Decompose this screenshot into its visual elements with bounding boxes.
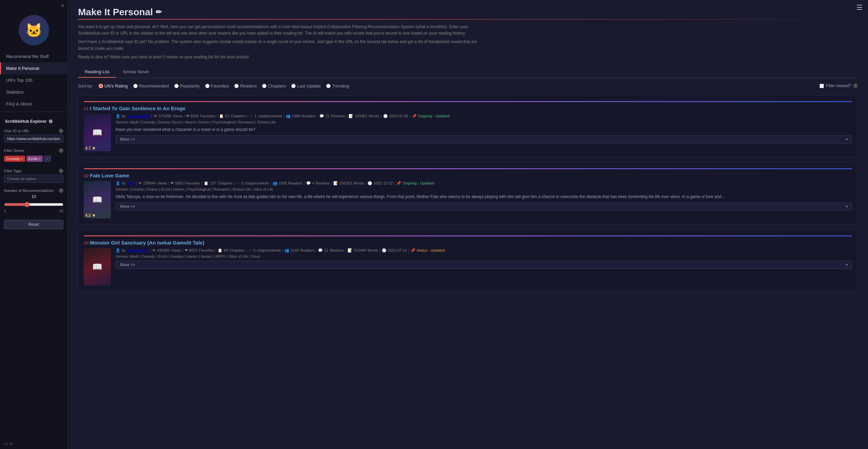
views-icon-2: 👁	[138, 181, 142, 185]
filter-tags-select[interactable]: Choose an option	[4, 175, 63, 183]
sort-recommended-radio[interactable]	[133, 84, 138, 88]
sidebar-item-un-top-100[interactable]: UN's Top 100	[0, 74, 67, 86]
favs-icon-1: ❤	[186, 114, 189, 118]
filter-viewed-info-icon[interactable]: ?	[853, 83, 858, 88]
genre-tag-comedy-label: Comedy	[6, 157, 20, 161]
meta-author-link-1[interactable]: parmesan599	[127, 114, 150, 118]
avatar: 🐱	[19, 15, 49, 45]
more-button-1[interactable]: More >> ▾	[116, 135, 852, 143]
description-3: Ready to dive in? Make sure you have at …	[78, 54, 485, 60]
sort-chapters-radio[interactable]	[262, 84, 267, 88]
filter-genre-info-icon[interactable]: ?	[59, 148, 63, 153]
sort-favorites-radio[interactable]	[205, 84, 210, 88]
sort-uns-rating-label: UN's Rating	[104, 83, 128, 89]
rank-bar-2	[84, 168, 852, 169]
meta-date-1: 2023-02-05	[389, 114, 408, 118]
status-icon-2: 📌	[396, 181, 401, 186]
meta-words-1: 103362	[355, 114, 367, 118]
cpw-icon-3: ↔	[248, 248, 252, 252]
user-id-info-icon[interactable]: ?	[59, 129, 63, 133]
sidebar-header: ×	[0, 0, 67, 12]
sidebar-item-statistics[interactable]: Statistics	[0, 86, 67, 98]
genre-add-button[interactable]: +	[44, 156, 51, 162]
sort-uns-rating[interactable]: UN's Rating	[99, 83, 128, 89]
novel-card-2: #2 Fate Love Game 📖 4.2 ★ 👤 by Xest | 👁 …	[78, 162, 858, 224]
meta-favs-1: 8369	[191, 114, 199, 118]
slider-range-labels: 1 25	[4, 209, 63, 213]
sort-trending[interactable]: Trending	[326, 83, 349, 89]
genre-tag-comedy[interactable]: Comedy ×	[4, 156, 25, 162]
title-underline	[78, 19, 858, 20]
meta-author-link-3[interactable]: virelknightley	[127, 248, 149, 252]
sort-last-update-label: Last Update	[297, 83, 321, 89]
meta-readers-1: 1388	[292, 114, 300, 118]
sort-trending-radio[interactable]	[326, 84, 331, 88]
filter-genre-group: Filter Genre: ? Comedy × Ecchi × +	[0, 145, 67, 166]
card-body-1: 📖 4.7 ★ 👤 by parmesan599 | 👁 375288 View…	[84, 114, 852, 151]
page-title-icon: ✏	[156, 8, 162, 17]
tabs: Reading List Similar Novel	[78, 66, 858, 78]
sidebar: × 🐱 Recommend Me Stuff Make It Personal …	[0, 0, 68, 449]
meta-status-3: Hiatus - Updated	[417, 248, 445, 252]
hamburger-button[interactable]: ☰	[856, 3, 863, 12]
explorer-icon: ⚙	[48, 119, 53, 124]
meta-words-2: 255323	[339, 181, 352, 185]
sort-readers-radio[interactable]	[234, 84, 239, 88]
tab-similar-novel[interactable]: Similar Novel	[116, 66, 156, 78]
sort-chapters[interactable]: Chapters	[262, 83, 286, 89]
filter-viewed-label: Filter viewed?	[826, 83, 851, 88]
more-button-2[interactable]: More >> ▾	[116, 202, 852, 211]
card-genres-3: Genres: Adult | Comedy | Ecchi | Fantasy…	[116, 254, 852, 258]
sort-popularity[interactable]: Popularity	[174, 83, 200, 89]
card-desc-1: Have you ever wondered what a character …	[116, 126, 852, 133]
novel-title-link-2[interactable]: Fate Love Game	[90, 173, 129, 178]
meta-cpw-3: 0	[253, 248, 255, 252]
sort-recommended[interactable]: Recommended	[133, 83, 169, 89]
sort-popularity-label: Popularity	[180, 83, 200, 89]
rank-number-3: 3	[86, 240, 88, 246]
more-button-3[interactable]: More >> ▾	[116, 261, 852, 269]
sort-popularity-radio[interactable]	[174, 84, 179, 88]
rank-bar-3	[84, 235, 852, 236]
sort-favorites[interactable]: Favorites	[205, 83, 229, 89]
recommendations-info-icon[interactable]: ?	[59, 188, 63, 193]
rank-bar-1	[84, 101, 852, 102]
recommendations-label: Number of Recommendations ?	[4, 188, 63, 193]
status-icon-3: 📌	[411, 248, 415, 253]
sort-last-update-radio[interactable]	[291, 84, 296, 88]
novel-title-link-1[interactable]: I Started To Gain Sentience In An Eroge	[90, 105, 185, 111]
recommendations-slider[interactable]	[4, 202, 63, 207]
reset-button[interactable]: Reset	[4, 220, 63, 229]
explorer-label: ScribbleHub Explorer	[5, 119, 47, 124]
card-info-3: 👤 by virelknightley | 👁 426383 Views | ❤…	[116, 248, 852, 286]
sidebar-item-make-it-personal[interactable]: Make It Personal	[0, 62, 67, 74]
sort-readers[interactable]: Readers	[234, 83, 257, 89]
genre-tags-container: Comedy × Ecchi × +	[4, 154, 63, 163]
chevron-icon-3: ▾	[846, 263, 848, 267]
tab-reading-list[interactable]: Reading List	[78, 66, 116, 78]
meta-reviews-2: 4	[312, 181, 314, 185]
cover-rating-1: 4.7 ★	[85, 146, 96, 151]
meta-readers-3: 2143	[291, 248, 299, 252]
sort-uns-rating-radio[interactable]	[99, 84, 103, 88]
cover-star-2: ★	[92, 213, 96, 218]
card-info-1: 👤 by parmesan599 | 👁 375288 Views | ❤ 83…	[116, 114, 852, 151]
novel-title-link-3[interactable]: Monster Girl Sanctuary (An Isekai Gameli…	[90, 240, 204, 246]
genre-tag-ecchi-remove[interactable]: ×	[39, 157, 41, 161]
close-button[interactable]: ×	[61, 3, 64, 9]
filter-tags-group: Filter Tags: ? Choose an option	[0, 166, 67, 186]
filter-tags-info-icon[interactable]: ?	[59, 169, 63, 173]
genre-tag-comedy-remove[interactable]: ×	[21, 157, 23, 161]
meta-author-link-2[interactable]: Xest	[127, 181, 135, 185]
recommendations-group: Number of Recommendations ? 10 1 25	[0, 186, 67, 217]
cover-placeholder-3: 📖	[84, 248, 111, 286]
chevron-icon-2: ▾	[846, 204, 848, 208]
user-id-label: User ID or URL ?	[4, 129, 63, 133]
sidebar-item-recommend[interactable]: Recommend Me Stuff	[0, 51, 67, 62]
filter-viewed-checkbox[interactable]	[820, 84, 824, 88]
sidebar-item-faq[interactable]: FAQ & About	[0, 98, 67, 110]
user-id-input[interactable]	[4, 135, 63, 143]
genre-tag-ecchi[interactable]: Ecchi ×	[26, 156, 43, 162]
card-meta-2: 👤 by Xest | 👁 238944 Views | ❤ 5603 Favo…	[116, 181, 852, 186]
sort-last-update[interactable]: Last Update	[291, 83, 321, 89]
